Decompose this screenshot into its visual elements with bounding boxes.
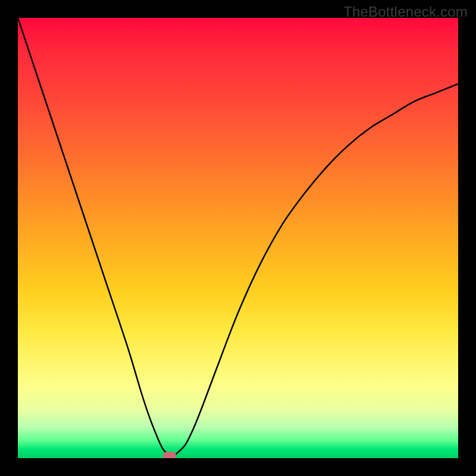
- minimum-marker: [163, 452, 176, 458]
- bottleneck-curve: [18, 18, 458, 458]
- chart-frame: TheBottleneck.com: [0, 0, 476, 476]
- plot-area: [18, 18, 458, 458]
